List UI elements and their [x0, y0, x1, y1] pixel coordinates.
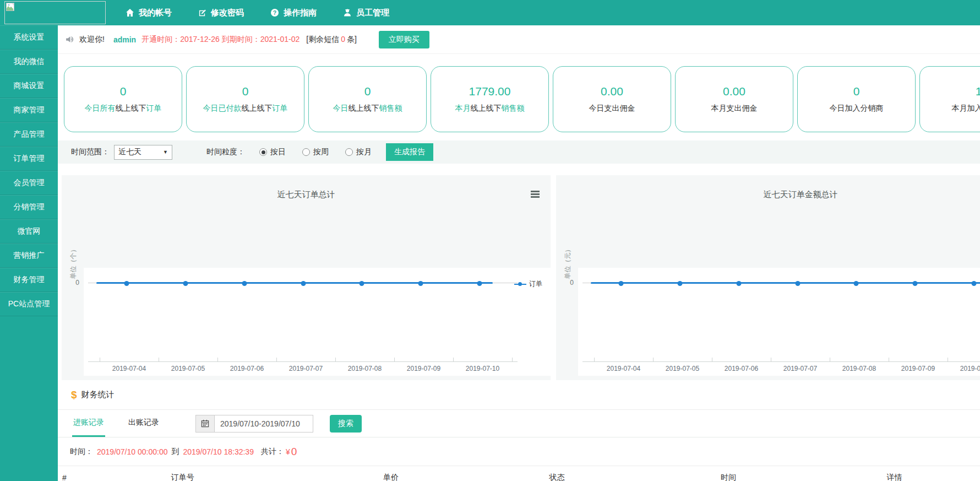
granularity-label: 时间粒度： — [206, 147, 245, 157]
generate-report-button[interactable]: 生成报告 — [386, 143, 433, 161]
sidebar-item-label: 我的微信 — [14, 57, 45, 67]
calendar-icon[interactable] — [196, 415, 215, 432]
sidebar-item-11[interactable]: 财务管理 — [0, 268, 58, 292]
sidebar-item-12[interactable]: PC站点管理 — [0, 292, 58, 316]
chart-data-point — [972, 281, 977, 286]
sidebar-item-3[interactable]: 商城设置 — [0, 74, 58, 98]
chart-x-axis-label: 2019-07-07 — [771, 365, 830, 372]
sidebar-item-1[interactable]: 系统设置 — [0, 25, 58, 50]
stat-card-value: 0 — [242, 85, 249, 98]
svg-text:?: ? — [273, 9, 276, 16]
chart-data-point — [795, 281, 800, 286]
stat-card-label-part: 订单 — [273, 104, 288, 112]
tab-income-records[interactable]: 进账记录 — [72, 410, 105, 437]
time-range-select[interactable]: 近七天 ▼ — [114, 145, 172, 160]
stat-card-3: 0今日线上线下销售额 — [308, 66, 427, 132]
chart-x-axis-tick — [889, 358, 889, 361]
sidebar-item-label: 营销推广 — [14, 251, 45, 261]
chart-toolbox-menu-icon[interactable] — [531, 191, 540, 199]
chart-x-axis-tick — [100, 358, 100, 361]
stat-card-8: 1本月加入分销商 — [919, 66, 980, 132]
table-header-1: # — [58, 466, 167, 481]
sidebar-item-label: 分销管理 — [14, 202, 45, 212]
stat-card-label-part: 今日支出佣金 — [589, 104, 635, 112]
sidebar-item-label: 商城设置 — [14, 81, 45, 91]
sidebar-item-label: 产品管理 — [14, 129, 45, 139]
sidebar-item-label: 商家管理 — [14, 105, 45, 115]
finance-section-header: $ 财务统计 — [58, 380, 980, 410]
radio-checked-icon — [259, 148, 267, 156]
sidebar-item-5[interactable]: 产品管理 — [0, 122, 58, 147]
table-header-6: 详情 — [882, 466, 980, 481]
chart-data-point — [477, 281, 482, 286]
currency-symbol: ¥ — [286, 447, 290, 456]
granularity-option-2[interactable]: 按周 — [302, 147, 329, 157]
finance-section-title: 财务统计 — [81, 390, 115, 400]
sidebar-item-7[interactable]: 会员管理 — [0, 171, 58, 195]
chart-x-axis-label: 2019-07-04 — [100, 365, 159, 372]
sidebar-item-8[interactable]: 分销管理 — [0, 195, 58, 219]
chart-data-point — [619, 281, 624, 286]
sidebar-item-2[interactable]: 我的微信 — [0, 50, 58, 74]
home-icon — [126, 8, 134, 17]
sidebar-item-label: 订单管理 — [14, 154, 45, 164]
sidebar-item-6[interactable]: 订单管理 — [0, 147, 58, 171]
search-button[interactable]: 搜索 — [330, 415, 362, 433]
stat-cards-row: 0今日所有线上线下订单0今日已付款线上线下订单0今日线上线下销售额1779.00… — [64, 66, 980, 132]
finance-tabs-row: 进账记录出账记录 搜索 — [58, 410, 980, 437]
chart-legend[interactable]: 订单 — [514, 279, 542, 289]
topbar: 我的帐号修改密码?操作指南员工管理 — [0, 0, 980, 25]
chart-x-axis-label: 2019-07-10 — [948, 365, 980, 372]
welcome-bar: 欢迎你! admin 开通时间：2017-12-26 到期时间：2021-01-… — [58, 25, 980, 54]
granularity-option-1[interactable]: 按日 — [259, 147, 286, 157]
stat-card-label-part: 订单 — [146, 104, 162, 112]
chart-x-axis-tick — [512, 358, 513, 361]
sidebar-item-9[interactable]: 微官网 — [0, 219, 58, 244]
stat-card-value: 0.00 — [723, 85, 745, 98]
granularity-option-3[interactable]: 按月 — [345, 147, 372, 157]
logo[interactable] — [4, 1, 106, 24]
summary-label: 时间： — [70, 447, 93, 457]
stat-card-label: 今日已付款线上线下订单 — [203, 104, 288, 114]
sidebar-item-10[interactable]: 营销推广 — [0, 244, 58, 268]
chart-x-axis-label: 2019-07-04 — [594, 365, 653, 372]
broken-image-icon — [6, 3, 14, 13]
chart-y-axis-zero-tick: 0 — [566, 279, 574, 287]
nav-item-2[interactable]: 修改密码 — [198, 8, 244, 18]
chart-x-axis-tick — [771, 358, 771, 361]
chart-data-point — [854, 281, 859, 286]
sidebar: 系统设置我的微信商城设置商家管理产品管理订单管理会员管理分销管理微官网营销推广财… — [0, 25, 58, 481]
stat-card-1: 0今日所有线上线下订单 — [64, 66, 182, 132]
sidebar-item-label: 微官网 — [18, 226, 41, 236]
nav-item-3[interactable]: ?操作指南 — [270, 8, 317, 18]
summary-to-word: 到 — [171, 447, 179, 457]
buy-now-button[interactable]: 立即购买 — [379, 31, 429, 48]
stat-card-label-part: 今日加入分销商 — [830, 104, 884, 112]
chart-data-point — [677, 281, 682, 286]
chart-y-axis-unit-label: 单位（个） — [69, 243, 78, 283]
records-table: #订单号单价状态时间详情 — [58, 466, 980, 481]
announcement-speaker-icon — [65, 35, 74, 44]
chart-x-axis-label: 2019-07-10 — [453, 365, 512, 372]
chart-x-axis-tick — [159, 358, 159, 361]
stat-card-4: 1779.00本月线上线下销售额 — [431, 66, 549, 132]
chart-data-point — [913, 281, 918, 286]
dashboard-page: 我的帐号修改密码?操作指南员工管理 系统设置我的微信商城设置商家管理产品管理订单… — [0, 0, 980, 481]
table-header-4: 状态 — [545, 466, 716, 481]
sidebar-item-label: 财务管理 — [14, 275, 45, 285]
finance-summary: 时间： 2019/07/10 00:00:00 到 2019/07/10 18:… — [58, 437, 980, 466]
date-range-input[interactable] — [215, 415, 313, 432]
nav-item-4[interactable]: 员工管理 — [343, 8, 389, 18]
stat-card-label-part: 线上线下 — [471, 104, 502, 112]
chart-data-point — [360, 281, 364, 286]
sidebar-item-4[interactable]: 商家管理 — [0, 98, 58, 122]
stat-card-value: 1 — [976, 85, 980, 98]
stat-card-label-part: 线上线下 — [242, 104, 273, 112]
nav-item-1[interactable]: 我的帐号 — [126, 8, 172, 18]
tab-expense-records[interactable]: 出账记录 — [127, 410, 160, 437]
stat-card-label: 本月线上线下销售额 — [455, 104, 525, 114]
stat-card-label: 今日线上线下销售额 — [333, 104, 402, 114]
radio-unchecked-icon — [345, 148, 353, 156]
chart-plot-area — [578, 268, 980, 376]
chart-x-axis-tick — [394, 358, 395, 361]
